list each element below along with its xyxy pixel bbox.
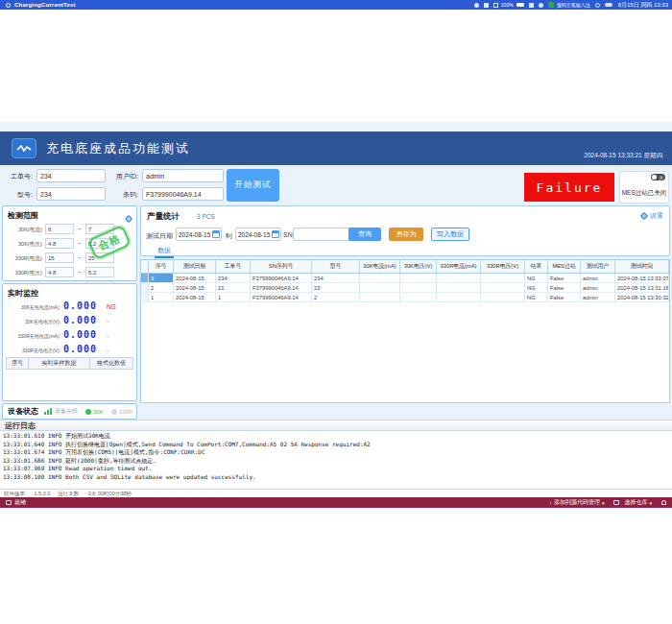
os-menubar: ChargingCurrentTest 100% 搜狗五笔输入法 8月15日 周… <box>0 0 672 10</box>
work-order-input[interactable] <box>36 169 106 182</box>
test-date-label: 测试日期 <box>146 231 173 241</box>
tab-data[interactable]: 数据 <box>155 246 174 258</box>
repo-icon <box>613 500 619 505</box>
save-as-button[interactable]: 另存为 <box>389 228 423 241</box>
table-row[interactable]: 3 2024-08-15 234 F379990046A9.14 234 NG … <box>141 274 669 283</box>
stats-settings-button[interactable]: 设置 <box>640 211 663 221</box>
mes-status-text: MES过站已关闭 <box>620 189 668 198</box>
range-label: 30K(电流): <box>0 227 43 233</box>
calendar-icon[interactable] <box>272 230 279 238</box>
monitor-row: 30K充电电流(mA): 0.000 NG <box>3 300 136 314</box>
header-datetime: 2024-08-15 13:33:21 星期四 <box>584 152 662 160</box>
app-header: 充电底座成品功能测试 2024-08-15 13:33:21 星期四 <box>0 132 672 165</box>
cell-330r-voltage <box>481 283 525 293</box>
col-header[interactable]: 330R电压(V) <box>481 260 525 274</box>
run-log-header: 运行日志 <box>0 420 672 431</box>
notification-icon[interactable] <box>539 3 543 8</box>
volume-icon[interactable] <box>529 3 534 8</box>
query-button[interactable]: 查询 <box>348 228 381 241</box>
col-header[interactable]: 结果 <box>525 260 548 274</box>
table-row[interactable]: 1 2024-08-15 1 F379990046A9.14 2 NG Fals… <box>141 293 669 302</box>
cell-model: 234 <box>312 274 360 283</box>
page-title: 充电底座成品功能测试 <box>46 140 190 157</box>
monitor-lcd-value: 0.000 <box>63 300 97 311</box>
input-method-icon[interactable] <box>548 2 554 8</box>
detection-range-title: 检测范围 <box>8 210 38 221</box>
calendar-icon[interactable] <box>212 230 220 238</box>
cell-date: 2024-08-15 <box>174 274 216 283</box>
start-test-button[interactable]: 开始测试 <box>227 169 279 202</box>
screenshot-canvas: ChargingCurrentTest 100% 搜狗五笔输入法 8月15日 周… <box>0 0 672 624</box>
range-min-input[interactable] <box>45 267 74 277</box>
col-header[interactable]: MES过站 <box>548 260 581 274</box>
row-selector[interactable] <box>141 293 149 302</box>
run-log-area[interactable]: 13:33:01.610 INFO 开始测试30K电流 13:33:01.640… <box>0 431 672 490</box>
display-icon[interactable] <box>493 3 498 8</box>
monitor-lcd-value: 0.000 <box>63 329 97 340</box>
sn-label: SN <box>283 231 293 238</box>
sn-search-input[interactable] <box>293 228 352 241</box>
range-max-input[interactable] <box>85 267 114 277</box>
model-input[interactable] <box>36 187 106 201</box>
cell-mes: False <box>548 283 581 293</box>
cell-30k-voltage <box>400 293 437 302</box>
barcode-input[interactable] <box>142 187 224 201</box>
monitor-label: 330R充电电压(V): <box>5 348 60 353</box>
col-header[interactable]: 330R电流(mA) <box>437 260 481 274</box>
run-log-panel: 运行日志 13:33:01.610 INFO 开始测试30K电流 13:33:0… <box>0 420 672 490</box>
cell-mes: False <box>548 274 581 283</box>
col-header[interactable]: 序号 <box>149 260 174 274</box>
indicator-30k-dot <box>85 409 91 415</box>
realtime-monitor-panel: 实时监控 30K充电电流(mA): 0.000 NG 30K充电电压(V): 0… <box>2 283 137 401</box>
range-min-input[interactable] <box>45 252 74 263</box>
col-header[interactable]: 测试日期 <box>174 260 216 274</box>
shortcut-icon[interactable] <box>484 3 489 8</box>
range-min-input[interactable] <box>45 224 74 234</box>
write-data-button[interactable]: 写入数据 <box>431 228 469 241</box>
barcode-label: 条码: <box>109 190 138 200</box>
battery-icon[interactable] <box>516 3 524 7</box>
source-control-button[interactable]: ↑ 添加到源代码管理 ▾ <box>549 498 605 507</box>
ide-status-bar: 就绪 ↑ 添加到源代码管理 ▾ 选择仓库 ▾ <box>0 497 672 508</box>
col-header[interactable]: 30K电压(V) <box>400 260 437 274</box>
sampling-col-index: 序号 <box>6 357 29 370</box>
log-line: 13:33:01.640 INFO 执行切换继电器[Open]模式,Send C… <box>3 441 669 449</box>
version-value: 1.5.0.0 <box>35 491 51 496</box>
uptime-label: 运行天数: <box>58 491 81 497</box>
repo-select-button[interactable]: 选择仓库 ▾ <box>613 498 652 507</box>
cell-work-order: 21 <box>216 283 251 293</box>
search-icon[interactable] <box>595 3 600 8</box>
cell-index: 2 <box>149 283 174 293</box>
mes-toggle[interactable]: 关 <box>651 174 665 180</box>
chat-icon[interactable] <box>6 500 12 505</box>
range-tilde: ~ <box>78 254 82 260</box>
col-header[interactable]: 测试用户 <box>581 260 615 274</box>
input-method-label[interactable]: 搜狗五笔输入法 <box>557 2 590 8</box>
cell-model: 23 <box>312 283 360 293</box>
user-id-input[interactable] <box>142 169 224 182</box>
up-arrow-icon: ↑ <box>549 500 552 506</box>
col-header[interactable]: 30K电流(mA) <box>360 260 400 274</box>
col-header[interactable]: 测试时间 <box>615 260 669 274</box>
screen-record-icon[interactable] <box>474 3 479 8</box>
table-row[interactable]: 2 2024-08-15 21 F379990046A9.14 23 NG Fa… <box>141 283 669 293</box>
row-selector[interactable] <box>141 283 149 293</box>
caret-down-icon: ▾ <box>602 500 605 506</box>
device-status-bar: 设备状态 设备在线 30K 330R <box>2 403 137 420</box>
col-header[interactable]: 工单号 <box>216 260 251 274</box>
control-center-icon[interactable] <box>605 3 612 7</box>
cell-user: admin <box>581 283 615 293</box>
source-control-label: 添加到源代码管理 <box>554 498 600 507</box>
col-header[interactable]: SN序列号 <box>251 260 312 274</box>
user-id-label: 用户ID: <box>109 172 138 181</box>
row-selector[interactable] <box>141 274 149 283</box>
form-bar: 工单号: 用户ID: 型号: 条码: 开始测试 Failure 关 MES过站已… <box>0 165 672 205</box>
mes-panel: 关 MES过站已关闭 <box>619 171 669 204</box>
range-min-input[interactable] <box>45 238 74 249</box>
bell-icon[interactable] <box>661 500 666 505</box>
menubar-app-name[interactable]: ChargingCurrentTest <box>14 2 76 8</box>
col-header[interactable]: 型号 <box>312 260 360 274</box>
cell-result: NG <box>525 283 548 293</box>
menubar-clock[interactable]: 8月15日 周四 13:33 <box>618 1 668 10</box>
apple-menu-icon[interactable] <box>6 3 11 8</box>
